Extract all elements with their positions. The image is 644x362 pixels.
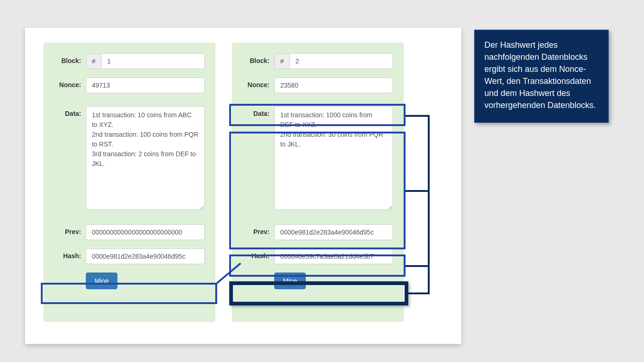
main-panel: Block: # Nonce: Data: [25, 28, 461, 344]
block-number-input[interactable] [101, 53, 205, 69]
block-card-2: Block: # Nonce: Data: [232, 43, 404, 322]
stage: Block: # Nonce: Data: [9, 9, 635, 353]
nonce-label: Nonce: [54, 77, 86, 89]
prev-input[interactable] [86, 224, 205, 240]
data-label: Data: [54, 106, 86, 117]
nonce-input[interactable] [86, 77, 205, 93]
block-number-group: # [274, 53, 393, 69]
hash-input[interactable] [86, 248, 205, 264]
block-row: Block: # [54, 53, 205, 69]
block-card-1: Block: # Nonce: Data: [44, 43, 215, 322]
hash-row: Hash: [54, 248, 205, 264]
explanation-callout: Der Hashwert jedes nachfolgenden Datenbl… [474, 30, 609, 123]
data-textarea[interactable] [86, 106, 205, 210]
prev-label: Prev: [54, 224, 86, 235]
data-textarea[interactable] [274, 106, 393, 210]
nonce-label: Nonce: [243, 77, 274, 89]
hash-row: Hash: [243, 248, 393, 264]
mine-button[interactable]: Mine [274, 273, 306, 289]
hash-addon: # [274, 53, 290, 69]
block-number-group: # [86, 53, 205, 69]
mine-button[interactable]: Mine [86, 273, 117, 289]
data-row: Data: [243, 106, 393, 211]
hash-addon: # [86, 53, 101, 69]
hash-label: Hash: [243, 248, 274, 260]
data-row: Data: [54, 106, 205, 211]
hash-label: Hash: [54, 248, 86, 260]
prev-label: Prev: [243, 224, 274, 235]
data-label: Data: [243, 106, 274, 117]
nonce-row: Nonce: [243, 77, 393, 93]
block-label: Block: [243, 53, 274, 64]
hash-input[interactable] [274, 248, 393, 264]
block-row: Block: # [243, 53, 393, 69]
prev-row: Prev: [54, 224, 205, 240]
prev-row: Prev: [243, 224, 393, 240]
nonce-input[interactable] [274, 77, 393, 93]
prev-input[interactable] [274, 224, 393, 240]
block-label: Block: [54, 53, 86, 64]
nonce-row: Nonce: [54, 77, 205, 93]
block-number-input[interactable] [290, 53, 393, 69]
